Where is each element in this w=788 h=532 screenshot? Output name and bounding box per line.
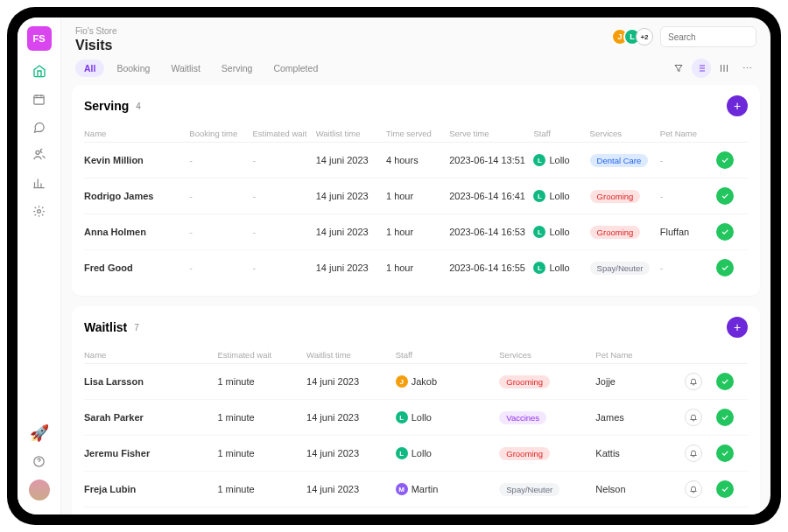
column-header: Booking time <box>189 129 252 138</box>
cell: 2023-06-14 16:41 <box>449 191 533 201</box>
column-header: Estimated wait <box>253 129 316 138</box>
store-logo[interactable]: FS <box>27 26 52 51</box>
cell: Nelson <box>595 484 685 494</box>
user-avatar[interactable] <box>29 480 50 500</box>
service-tag: Dental Care <box>590 154 649 167</box>
tab-all[interactable]: All <box>75 60 104 77</box>
service-tag: Vaccines <box>499 411 546 424</box>
confirm-button[interactable] <box>716 151 734 169</box>
confirm-button[interactable] <box>716 259 734 276</box>
waitlist-panel: Waitlist 7 + NameEstimated waitWaitlist … <box>72 306 760 514</box>
column-header: Name <box>84 129 189 138</box>
notify-button[interactable] <box>685 373 702 390</box>
cell: 14 juni 2023 <box>316 227 386 237</box>
table-row[interactable]: Lisa Larsson1 minute14 juni 2023JJakobGr… <box>84 364 748 400</box>
calendar-icon[interactable] <box>32 91 47 107</box>
notify-button[interactable] <box>685 480 702 498</box>
column-header: Waitlist time <box>306 350 396 360</box>
table-row[interactable]: Freja Lubin1 minute14 juni 2023MMartinSp… <box>84 472 748 508</box>
table-row[interactable]: Millton Sand1 minute14 juni 2023MMartinG… <box>84 508 748 514</box>
serving-count: 4 <box>136 102 141 111</box>
cell: 14 juni 2023 <box>316 155 386 165</box>
svg-point-1 <box>36 150 39 154</box>
waitlist-title: Waitlist <box>84 320 127 334</box>
table-row[interactable]: Jeremu Fisher1 minute14 juni 2023LLolloG… <box>84 436 748 472</box>
confirm-button[interactable] <box>716 223 734 241</box>
cell: - <box>253 262 316 273</box>
filter-icon[interactable] <box>669 59 688 78</box>
list-view-icon[interactable] <box>692 59 711 78</box>
search-input[interactable] <box>660 26 756 47</box>
cell: - <box>189 191 252 201</box>
cell: - <box>253 227 316 237</box>
cell: - <box>189 155 252 165</box>
notify-button[interactable] <box>685 409 702 426</box>
collaborator-avatars[interactable]: JL+2 <box>611 28 653 46</box>
staff-chip: LLollo <box>533 190 589 202</box>
more-icon[interactable]: ⋯ <box>737 59 756 78</box>
collaborator-overflow[interactable]: +2 <box>636 28 653 46</box>
cell: 2023-06-14 16:55 <box>449 262 533 273</box>
tab-booking[interactable]: Booking <box>108 60 158 77</box>
staff-chip: MMartin <box>396 483 500 495</box>
cell: Rodrigo James <box>84 191 189 201</box>
settings-icon[interactable] <box>32 203 47 219</box>
cell: 1 minute <box>217 484 306 494</box>
cell: Kattis <box>595 448 685 458</box>
chat-icon[interactable] <box>32 119 47 135</box>
cell: - <box>253 155 316 165</box>
home-icon[interactable] <box>32 63 47 79</box>
cell: Sarah Parker <box>84 412 217 423</box>
service-tag: Spay/Neuter <box>499 483 559 496</box>
cell: Jeremu Fisher <box>84 448 217 458</box>
cell: 1 hour <box>386 262 449 273</box>
svg-point-2 <box>38 209 41 213</box>
rocket-icon[interactable]: 🚀 <box>30 424 49 443</box>
help-icon[interactable] <box>32 453 47 469</box>
table-row[interactable]: Fred Good--14 juni 20231 hour2023-06-14 … <box>84 250 748 285</box>
breadcrumb: Fio's Store <box>75 26 116 36</box>
staff-chip: LLollo <box>396 447 500 459</box>
column-header: Services <box>499 350 595 360</box>
staff-chip: LLollo <box>396 411 500 424</box>
cell: Anna Holmen <box>84 227 189 237</box>
staff-chip: LLollo <box>533 154 589 166</box>
tab-waitlist[interactable]: Waitlist <box>162 60 208 77</box>
board-view-icon[interactable] <box>714 59 734 78</box>
cell: 14 juni 2023 <box>306 448 396 458</box>
service-tag: Grooming <box>499 447 550 460</box>
cell: Fred Good <box>84 262 189 273</box>
confirm-button[interactable] <box>716 373 734 390</box>
notify-button[interactable] <box>685 444 702 462</box>
sidebar: FS 🚀 <box>18 18 61 514</box>
column-header <box>685 350 716 360</box>
users-icon[interactable] <box>32 147 47 163</box>
column-header: Services <box>590 129 660 138</box>
service-tag: Spay/Neuter <box>590 262 651 275</box>
cell: 14 juni 2023 <box>306 412 396 423</box>
add-serving-button[interactable]: + <box>727 95 748 116</box>
table-row[interactable]: Rodrigo James--14 juni 20231 hour2023-06… <box>84 178 748 214</box>
column-header: Serve time <box>449 129 533 138</box>
confirm-button[interactable] <box>716 187 734 205</box>
column-header <box>716 350 748 360</box>
confirm-button[interactable] <box>716 444 734 462</box>
cell: Lisa Larsson <box>84 376 217 387</box>
confirm-button[interactable] <box>716 480 734 498</box>
table-row[interactable]: Kevin Million--14 juni 20234 hours2023-0… <box>84 143 748 178</box>
table-row[interactable]: Sarah Parker1 minute14 juni 2023LLolloVa… <box>84 400 748 436</box>
staff-chip: LLollo <box>533 226 589 238</box>
tab-serving[interactable]: Serving <box>213 60 262 77</box>
table-row[interactable]: Anna Holmen--14 juni 20231 hour2023-06-1… <box>84 214 748 250</box>
confirm-button[interactable] <box>716 409 734 426</box>
serving-panel: Serving 4 + NameBooking timeEstimated wa… <box>72 85 760 296</box>
column-header: Staff <box>533 129 589 138</box>
cell: Fluffan <box>660 227 716 237</box>
analytics-icon[interactable] <box>32 175 47 191</box>
cell: 1 hour <box>386 227 449 237</box>
cell: 2023-06-14 13:51 <box>449 155 533 165</box>
tab-completed[interactable]: Completed <box>264 60 327 77</box>
page-title: Visits <box>75 38 116 53</box>
cell: 4 hours <box>386 155 449 165</box>
add-waitlist-button[interactable]: + <box>727 317 748 338</box>
